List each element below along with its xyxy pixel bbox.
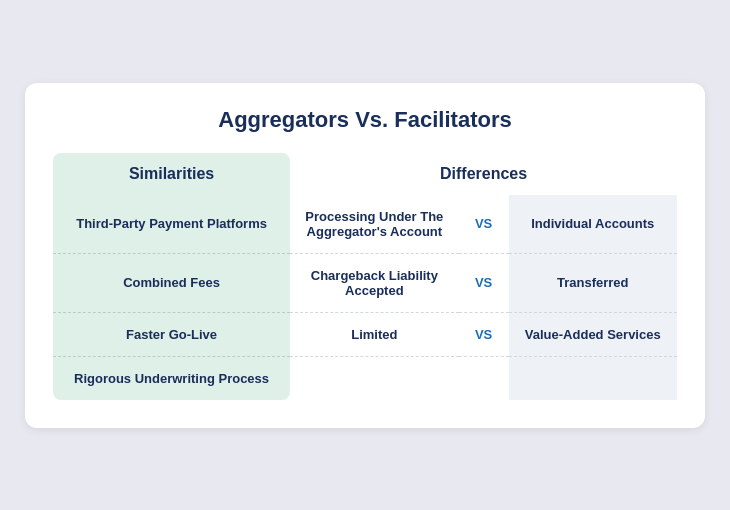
table-row: Third-Party Payment PlatformsProcessing … bbox=[53, 195, 677, 254]
table-row: Rigorous Underwriting Process bbox=[53, 357, 677, 400]
table-header-row: Similarities Differences bbox=[53, 153, 677, 195]
similarity-cell: Faster Go-Live bbox=[53, 313, 290, 357]
vs-cell: VS bbox=[459, 195, 509, 254]
aggregator-cell bbox=[290, 357, 458, 400]
similarity-cell: Combined Fees bbox=[53, 254, 290, 313]
table-row: Faster Go-LiveLimitedVSValue-Added Servi… bbox=[53, 313, 677, 357]
similarity-cell: Third-Party Payment Platforms bbox=[53, 195, 290, 254]
vs-cell: VS bbox=[459, 254, 509, 313]
aggregator-cell: Chargeback Liability Accepted bbox=[290, 254, 458, 313]
comparison-table: Similarities Differences Third-Party Pay… bbox=[53, 153, 677, 400]
facilitator-cell bbox=[509, 357, 678, 400]
page-title: Aggregators Vs. Facilitators bbox=[53, 107, 677, 133]
facilitator-cell: Transferred bbox=[509, 254, 678, 313]
aggregator-cell: Limited bbox=[290, 313, 458, 357]
header-similarities: Similarities bbox=[53, 153, 290, 195]
aggregator-cell: Processing Under The Aggregator's Accoun… bbox=[290, 195, 458, 254]
vs-cell: VS bbox=[459, 313, 509, 357]
facilitator-cell: Individual Accounts bbox=[509, 195, 678, 254]
vs-cell bbox=[459, 357, 509, 400]
similarity-cell: Rigorous Underwriting Process bbox=[53, 357, 290, 400]
table-row: Combined FeesChargeback Liability Accept… bbox=[53, 254, 677, 313]
header-differences: Differences bbox=[290, 153, 677, 195]
main-card: Aggregators Vs. Facilitators Similaritie… bbox=[25, 83, 705, 428]
facilitator-cell: Value-Added Services bbox=[509, 313, 678, 357]
